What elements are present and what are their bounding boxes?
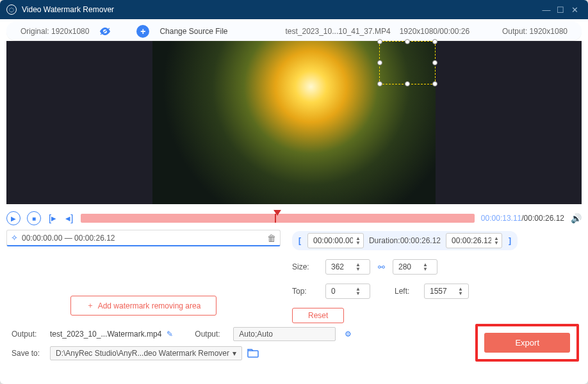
output-format-select[interactable]: Auto;Auto — [233, 327, 336, 341]
top-input[interactable]: ▲▼ — [325, 284, 370, 299]
video-frame — [152, 41, 436, 204]
properties-panel: [ ▲▼ Duration:00:00:26.12 ▲▼ ] Size: ▲▼ … — [292, 230, 582, 323]
output-filename: test_2023_10_...Watermark.mp4 — [50, 330, 161, 339]
settings-icon[interactable]: ⚙ — [345, 330, 352, 339]
left-input[interactable]: ▲▼ — [424, 284, 469, 299]
titlebar: ◌ Video Watermark Remover — ☐ ✕ — [0, 0, 588, 19]
magic-wand-icon: ✧ — [11, 233, 18, 243]
source-dimensions-duration: 1920x1080/00:00:26 — [400, 27, 470, 36]
timeline-scrubber[interactable] — [81, 214, 475, 223]
duration-value: 00:00:26.12 — [400, 236, 441, 245]
size-label: Size: — [292, 262, 318, 271]
set-out-point-button[interactable]: ◂] — [64, 212, 74, 224]
width-input[interactable]: ▲▼ — [325, 259, 370, 275]
output-label: Output: — [12, 330, 45, 339]
output-dimensions-label: Output: 1920x1080 — [502, 27, 568, 36]
export-button[interactable]: Export — [484, 333, 570, 353]
add-area-label: Add watermark removing area — [98, 301, 201, 310]
video-preview[interactable] — [6, 41, 582, 204]
segment-separator: — — [65, 234, 72, 243]
close-button[interactable]: ✕ — [568, 5, 582, 15]
selection-rectangle[interactable] — [379, 41, 436, 84]
duration-label: Duration: — [369, 236, 400, 245]
size-row: Size: ▲▼ ⚯ ▲▼ — [292, 259, 582, 275]
playback-controls: ▶ ■ [▸ ◂] 00:00:13.11/00:00:26.12 🔊 — [6, 209, 582, 227]
change-source-button[interactable]: Change Source File — [159, 27, 227, 36]
saveto-path-select[interactable]: D:\AnyRec Studio\AnyR...deo Watermark Re… — [50, 346, 242, 360]
left-label: Left: — [395, 287, 416, 296]
volume-icon[interactable]: 🔊 — [571, 213, 582, 223]
position-row: Top: ▲▼ Left: ▲▼ — [292, 284, 582, 299]
total-duration: /00:00:26.12 — [521, 214, 564, 223]
output-format-value: Auto;Auto — [239, 330, 273, 339]
segment-end: 00:00:26.12 — [74, 234, 115, 243]
link-aspect-icon[interactable]: ⚯ — [378, 262, 385, 272]
set-in-point-button[interactable]: [▸ — [47, 212, 58, 224]
dropdown-icon: ▾ — [233, 349, 236, 358]
minimize-button[interactable]: — — [539, 5, 553, 15]
range-end-bracket-icon[interactable]: ] — [506, 236, 514, 245]
visibility-toggle-icon[interactable] — [99, 28, 111, 35]
output-format-label: Output: — [195, 330, 228, 339]
current-time: 00:00:13.11 — [481, 214, 521, 223]
top-label: Top: — [292, 287, 318, 296]
plus-icon: ＋ — [86, 300, 94, 311]
range-start-bracket-icon[interactable]: [ — [296, 236, 304, 245]
play-button[interactable]: ▶ — [6, 211, 20, 225]
segment-start: 00:00:00.00 — [22, 234, 62, 243]
app-icon: ◌ — [6, 4, 17, 15]
maximize-button[interactable]: ☐ — [553, 5, 568, 15]
footer: Output: test_2023_10_...Watermark.mp4 ✎ … — [0, 323, 588, 368]
saveto-label: Save to: — [12, 349, 45, 358]
delete-segment-icon[interactable]: 🗑 — [267, 233, 276, 243]
reset-button[interactable]: Reset — [292, 308, 344, 323]
saveto-path: D:\AnyRec Studio\AnyR...deo Watermark Re… — [56, 349, 229, 358]
edit-filename-icon[interactable]: ✎ — [167, 330, 173, 339]
range-start-input[interactable]: ▲▼ — [307, 233, 364, 248]
segments-panel: ✧ 00:00:00.00 — 00:00:26.12 🗑 ＋ Add wate… — [6, 230, 281, 323]
segment-item[interactable]: ✧ 00:00:00.00 — 00:00:26.12 🗑 — [6, 230, 281, 246]
add-area-button[interactable]: ＋ Add watermark removing area — [70, 296, 217, 316]
source-filename: test_2023_10...10_41_37.MP4 — [285, 27, 390, 36]
add-source-button[interactable]: + — [136, 25, 149, 38]
app-window: ◌ Video Watermark Remover — ☐ ✕ Original… — [0, 0, 588, 384]
export-highlight: Export — [475, 324, 579, 362]
stop-button[interactable]: ■ — [27, 211, 41, 225]
browse-folder-icon[interactable] — [247, 349, 259, 358]
svg-rect-1 — [248, 351, 258, 357]
original-dimensions-label: Original: 1920x1080 — [20, 27, 89, 36]
editor-panels: ✧ 00:00:00.00 — 00:00:26.12 🗑 ＋ Add wate… — [6, 230, 582, 323]
height-input[interactable]: ▲▼ — [393, 259, 437, 275]
time-range-row: [ ▲▼ Duration:00:00:26.12 ▲▼ ] — [292, 231, 518, 250]
range-end-input[interactable]: ▲▼ — [446, 233, 502, 248]
info-ribbon: Original: 1920x1080 + Change Source File… — [6, 22, 582, 41]
timecode-display: 00:00:13.11/00:00:26.12 — [481, 214, 564, 223]
app-title: Video Watermark Remover — [22, 5, 539, 14]
